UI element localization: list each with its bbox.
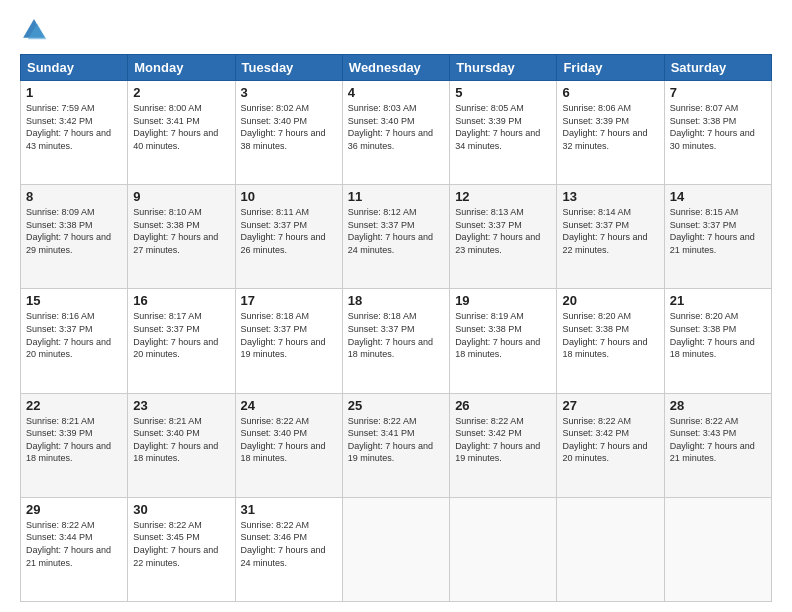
calendar-cell: 21Sunrise: 8:20 AMSunset: 3:38 PMDayligh… bbox=[664, 289, 771, 393]
day-info: Sunrise: 8:21 AMSunset: 3:40 PMDaylight:… bbox=[133, 415, 229, 465]
day-number: 27 bbox=[562, 398, 658, 413]
day-number: 8 bbox=[26, 189, 122, 204]
calendar-cell: 26Sunrise: 8:22 AMSunset: 3:42 PMDayligh… bbox=[450, 393, 557, 497]
calendar-cell: 13Sunrise: 8:14 AMSunset: 3:37 PMDayligh… bbox=[557, 185, 664, 289]
day-info: Sunrise: 8:11 AMSunset: 3:37 PMDaylight:… bbox=[241, 206, 337, 256]
day-info: Sunrise: 8:22 AMSunset: 3:42 PMDaylight:… bbox=[562, 415, 658, 465]
day-info: Sunrise: 8:07 AMSunset: 3:38 PMDaylight:… bbox=[670, 102, 766, 152]
calendar-body: 1Sunrise: 7:59 AMSunset: 3:42 PMDaylight… bbox=[21, 81, 772, 602]
calendar-week-row: 15Sunrise: 8:16 AMSunset: 3:37 PMDayligh… bbox=[21, 289, 772, 393]
day-header-saturday: Saturday bbox=[664, 55, 771, 81]
calendar-cell bbox=[557, 497, 664, 601]
calendar-cell: 27Sunrise: 8:22 AMSunset: 3:42 PMDayligh… bbox=[557, 393, 664, 497]
day-info: Sunrise: 8:18 AMSunset: 3:37 PMDaylight:… bbox=[348, 310, 444, 360]
day-info: Sunrise: 8:03 AMSunset: 3:40 PMDaylight:… bbox=[348, 102, 444, 152]
calendar-week-row: 8Sunrise: 8:09 AMSunset: 3:38 PMDaylight… bbox=[21, 185, 772, 289]
calendar-cell: 20Sunrise: 8:20 AMSunset: 3:38 PMDayligh… bbox=[557, 289, 664, 393]
day-info: Sunrise: 8:22 AMSunset: 3:45 PMDaylight:… bbox=[133, 519, 229, 569]
day-number: 1 bbox=[26, 85, 122, 100]
day-info: Sunrise: 8:18 AMSunset: 3:37 PMDaylight:… bbox=[241, 310, 337, 360]
calendar-cell: 14Sunrise: 8:15 AMSunset: 3:37 PMDayligh… bbox=[664, 185, 771, 289]
calendar-cell: 17Sunrise: 8:18 AMSunset: 3:37 PMDayligh… bbox=[235, 289, 342, 393]
day-info: Sunrise: 8:09 AMSunset: 3:38 PMDaylight:… bbox=[26, 206, 122, 256]
day-info: Sunrise: 8:13 AMSunset: 3:37 PMDaylight:… bbox=[455, 206, 551, 256]
calendar-cell: 18Sunrise: 8:18 AMSunset: 3:37 PMDayligh… bbox=[342, 289, 449, 393]
day-info: Sunrise: 8:22 AMSunset: 3:41 PMDaylight:… bbox=[348, 415, 444, 465]
day-number: 10 bbox=[241, 189, 337, 204]
calendar-cell bbox=[450, 497, 557, 601]
day-info: Sunrise: 8:21 AMSunset: 3:39 PMDaylight:… bbox=[26, 415, 122, 465]
day-number: 15 bbox=[26, 293, 122, 308]
day-info: Sunrise: 8:22 AMSunset: 3:44 PMDaylight:… bbox=[26, 519, 122, 569]
day-header-tuesday: Tuesday bbox=[235, 55, 342, 81]
day-info: Sunrise: 8:02 AMSunset: 3:40 PMDaylight:… bbox=[241, 102, 337, 152]
calendar-cell: 28Sunrise: 8:22 AMSunset: 3:43 PMDayligh… bbox=[664, 393, 771, 497]
calendar-cell: 5Sunrise: 8:05 AMSunset: 3:39 PMDaylight… bbox=[450, 81, 557, 185]
day-info: Sunrise: 8:06 AMSunset: 3:39 PMDaylight:… bbox=[562, 102, 658, 152]
day-info: Sunrise: 8:12 AMSunset: 3:37 PMDaylight:… bbox=[348, 206, 444, 256]
calendar-cell: 31Sunrise: 8:22 AMSunset: 3:46 PMDayligh… bbox=[235, 497, 342, 601]
calendar-cell bbox=[664, 497, 771, 601]
calendar-cell: 16Sunrise: 8:17 AMSunset: 3:37 PMDayligh… bbox=[128, 289, 235, 393]
day-header-wednesday: Wednesday bbox=[342, 55, 449, 81]
day-header-thursday: Thursday bbox=[450, 55, 557, 81]
day-number: 5 bbox=[455, 85, 551, 100]
day-number: 6 bbox=[562, 85, 658, 100]
day-number: 14 bbox=[670, 189, 766, 204]
calendar-cell: 8Sunrise: 8:09 AMSunset: 3:38 PMDaylight… bbox=[21, 185, 128, 289]
day-number: 18 bbox=[348, 293, 444, 308]
calendar-cell bbox=[342, 497, 449, 601]
page: SundayMondayTuesdayWednesdayThursdayFrid… bbox=[0, 0, 792, 612]
day-number: 9 bbox=[133, 189, 229, 204]
day-info: Sunrise: 8:15 AMSunset: 3:37 PMDaylight:… bbox=[670, 206, 766, 256]
calendar-cell: 11Sunrise: 8:12 AMSunset: 3:37 PMDayligh… bbox=[342, 185, 449, 289]
day-number: 23 bbox=[133, 398, 229, 413]
day-info: Sunrise: 8:10 AMSunset: 3:38 PMDaylight:… bbox=[133, 206, 229, 256]
calendar-cell: 24Sunrise: 8:22 AMSunset: 3:40 PMDayligh… bbox=[235, 393, 342, 497]
calendar-week-row: 1Sunrise: 7:59 AMSunset: 3:42 PMDaylight… bbox=[21, 81, 772, 185]
day-number: 19 bbox=[455, 293, 551, 308]
day-number: 21 bbox=[670, 293, 766, 308]
day-number: 20 bbox=[562, 293, 658, 308]
calendar-cell: 22Sunrise: 8:21 AMSunset: 3:39 PMDayligh… bbox=[21, 393, 128, 497]
day-info: Sunrise: 8:05 AMSunset: 3:39 PMDaylight:… bbox=[455, 102, 551, 152]
day-number: 17 bbox=[241, 293, 337, 308]
calendar-cell: 9Sunrise: 8:10 AMSunset: 3:38 PMDaylight… bbox=[128, 185, 235, 289]
day-info: Sunrise: 8:20 AMSunset: 3:38 PMDaylight:… bbox=[562, 310, 658, 360]
calendar-cell: 3Sunrise: 8:02 AMSunset: 3:40 PMDaylight… bbox=[235, 81, 342, 185]
calendar-cell: 19Sunrise: 8:19 AMSunset: 3:38 PMDayligh… bbox=[450, 289, 557, 393]
calendar-cell: 25Sunrise: 8:22 AMSunset: 3:41 PMDayligh… bbox=[342, 393, 449, 497]
day-number: 11 bbox=[348, 189, 444, 204]
day-number: 16 bbox=[133, 293, 229, 308]
calendar-cell: 7Sunrise: 8:07 AMSunset: 3:38 PMDaylight… bbox=[664, 81, 771, 185]
day-header-friday: Friday bbox=[557, 55, 664, 81]
day-info: Sunrise: 8:14 AMSunset: 3:37 PMDaylight:… bbox=[562, 206, 658, 256]
day-number: 22 bbox=[26, 398, 122, 413]
calendar-header-row: SundayMondayTuesdayWednesdayThursdayFrid… bbox=[21, 55, 772, 81]
header bbox=[20, 16, 772, 44]
day-number: 26 bbox=[455, 398, 551, 413]
calendar-cell: 23Sunrise: 8:21 AMSunset: 3:40 PMDayligh… bbox=[128, 393, 235, 497]
day-number: 2 bbox=[133, 85, 229, 100]
logo bbox=[20, 16, 52, 44]
calendar-week-row: 22Sunrise: 8:21 AMSunset: 3:39 PMDayligh… bbox=[21, 393, 772, 497]
day-info: Sunrise: 8:17 AMSunset: 3:37 PMDaylight:… bbox=[133, 310, 229, 360]
calendar-cell: 2Sunrise: 8:00 AMSunset: 3:41 PMDaylight… bbox=[128, 81, 235, 185]
day-info: Sunrise: 8:22 AMSunset: 3:43 PMDaylight:… bbox=[670, 415, 766, 465]
day-number: 4 bbox=[348, 85, 444, 100]
day-info: Sunrise: 8:20 AMSunset: 3:38 PMDaylight:… bbox=[670, 310, 766, 360]
calendar-cell: 4Sunrise: 8:03 AMSunset: 3:40 PMDaylight… bbox=[342, 81, 449, 185]
day-number: 7 bbox=[670, 85, 766, 100]
day-info: Sunrise: 8:16 AMSunset: 3:37 PMDaylight:… bbox=[26, 310, 122, 360]
day-info: Sunrise: 7:59 AMSunset: 3:42 PMDaylight:… bbox=[26, 102, 122, 152]
day-number: 30 bbox=[133, 502, 229, 517]
logo-icon bbox=[20, 16, 48, 44]
day-info: Sunrise: 8:22 AMSunset: 3:40 PMDaylight:… bbox=[241, 415, 337, 465]
day-header-sunday: Sunday bbox=[21, 55, 128, 81]
day-number: 24 bbox=[241, 398, 337, 413]
day-info: Sunrise: 8:00 AMSunset: 3:41 PMDaylight:… bbox=[133, 102, 229, 152]
calendar-cell: 10Sunrise: 8:11 AMSunset: 3:37 PMDayligh… bbox=[235, 185, 342, 289]
day-info: Sunrise: 8:19 AMSunset: 3:38 PMDaylight:… bbox=[455, 310, 551, 360]
calendar-cell: 12Sunrise: 8:13 AMSunset: 3:37 PMDayligh… bbox=[450, 185, 557, 289]
day-number: 29 bbox=[26, 502, 122, 517]
